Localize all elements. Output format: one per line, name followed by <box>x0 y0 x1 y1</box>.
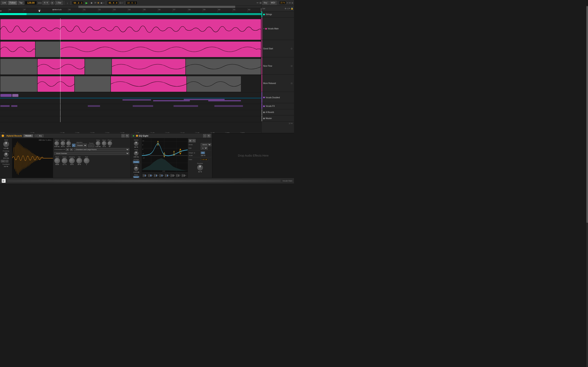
eq-icon-grid[interactable]: ⊞ <box>189 139 192 142</box>
track-content-a-reverb[interactable] <box>0 110 261 116</box>
mode-select[interactable]: Stereo <box>201 143 211 146</box>
damping-knob[interactable] <box>69 158 75 164</box>
dry-wet-knob[interactable] <box>197 165 203 170</box>
band-7-check[interactable] <box>178 175 179 176</box>
track-content-vocals-main[interactable] <box>0 18 261 41</box>
freeze-btn-r[interactable] <box>91 144 94 147</box>
clip-doubled-note1[interactable] <box>122 99 151 100</box>
band-icon-b2[interactable]: ∩ <box>159 174 161 177</box>
rate-knob[interactable] <box>84 158 89 164</box>
size-knob[interactable] <box>66 141 71 146</box>
time-display[interactable]: 18 . 0 . 1 <box>126 1 138 5</box>
bottom-ruler[interactable]: 1:24 1:26 1:28 1:30 1:32 1:34 1:36 1:38 … <box>0 131 261 133</box>
tab-reverb[interactable]: Reverb <box>24 134 33 137</box>
blend-knob[interactable] <box>54 158 60 164</box>
ir-nav-left[interactable]: ◀ <box>66 148 69 151</box>
ir-preset-select[interactable]: Chambers and Large Rooms <box>74 148 129 151</box>
gain2-value[interactable]: 0.00 dB <box>201 158 208 161</box>
follow-button[interactable]: Follow <box>8 1 17 5</box>
ir-nav-right[interactable]: ▶ <box>70 148 73 151</box>
clip-doubled-1[interactable] <box>0 94 12 97</box>
band-5-check[interactable] <box>167 175 168 176</box>
tap-button[interactable]: Tap <box>18 1 24 5</box>
clip-good-start-gap1[interactable] <box>35 42 60 57</box>
band-icon-hp[interactable]: ⌐ <box>182 174 183 177</box>
track-item-nice-flow[interactable]: Nice Flow ⊡ <box>261 57 294 75</box>
eq-icon-wave[interactable]: ∿ <box>192 139 196 142</box>
tide-knob[interactable] <box>76 158 82 164</box>
end-pos-display[interactable]: 45 . 4 . 4 <box>107 1 119 5</box>
position-display[interactable]: 50 . 2 . 1 <box>72 1 84 5</box>
drop-zone[interactable]: Drop Audio Effects Here <box>212 133 294 178</box>
send-knob[interactable] <box>3 141 9 147</box>
track-content-good-start[interactable] <box>0 41 261 58</box>
bass-mode-btn[interactable]: Mono <box>133 176 139 178</box>
algo-select[interactable]: Parallel <box>76 143 87 147</box>
clip-fx-2[interactable] <box>11 105 17 107</box>
clip-fx-6[interactable] <box>214 105 243 107</box>
key-button[interactable]: Key <box>262 1 269 5</box>
clip-nice-flow-gray1[interactable] <box>0 59 37 75</box>
edit-select[interactable]: A <box>201 147 208 150</box>
clip-nice-flow-pink2[interactable] <box>112 59 185 75</box>
eq-checkbox[interactable] <box>35 135 37 137</box>
loop-size-btn[interactable]: 1 Bar <box>55 1 63 5</box>
midi-button[interactable]: MIDI <box>269 1 277 5</box>
algo-arrows[interactable]: ⇄ <box>72 144 75 147</box>
clip-fx-5[interactable] <box>173 105 198 107</box>
play-button[interactable]: ▶ <box>85 1 89 5</box>
link-button[interactable]: Link <box>1 1 7 5</box>
track-item-master[interactable]: Master <box>261 115 294 122</box>
track-item-vocals-main[interactable]: ▼ Vocals Main <box>261 17 294 40</box>
clip-good-start-2[interactable] <box>61 42 261 57</box>
strings-clip-bar[interactable] <box>0 13 261 15</box>
time-sig-display[interactable]: 4 / 4 <box>43 1 49 5</box>
sync-btn[interactable]: ♩ <box>6 160 8 162</box>
bpm-display[interactable]: 129.00 <box>25 1 37 5</box>
band-icon-b3[interactable]: ∩ <box>165 174 167 177</box>
track-header-icon1[interactable]: ⊕ <box>285 7 286 9</box>
track-item-a-reverb[interactable]: A Reverb <box>261 109 294 115</box>
stop-button[interactable]: ■ <box>89 1 94 5</box>
decay2-knob[interactable] <box>62 158 67 164</box>
track-item-vocals-doubled[interactable]: Vocals Doubled <box>261 92 294 103</box>
band-8-check[interactable] <box>184 175 185 176</box>
record-arm-btn[interactable]: ↓ <box>65 1 69 5</box>
reverb-icon-2[interactable]: ↻ <box>126 134 129 137</box>
eq-gain-knob[interactable] <box>134 166 138 171</box>
decay-knob[interactable] <box>61 141 65 146</box>
back-btn[interactable]: ◀ <box>100 1 102 4</box>
menu-icon[interactable]: ≡ <box>292 1 293 4</box>
clip-more-relaxed-pink1[interactable] <box>38 76 74 92</box>
clip-doubled-note4[interactable] <box>208 100 241 101</box>
band-icon-b4[interactable]: ∩ <box>171 174 172 177</box>
track-item-vocals-fx[interactable]: Vocals FX <box>261 103 294 109</box>
tab-eq[interactable]: EQ <box>37 134 43 137</box>
clip-more-relaxed-gray2[interactable] <box>75 76 111 92</box>
freeze-btn-l[interactable] <box>88 144 91 147</box>
clip-more-relaxed-gray3[interactable] <box>187 76 241 92</box>
track-item-strings[interactable]: Strings <box>261 11 294 17</box>
delay-knob[interactable] <box>96 141 100 146</box>
predelay-knob[interactable] <box>4 152 8 157</box>
track-header-icon3[interactable]: ✏ <box>289 7 290 9</box>
band-icon-ls[interactable]: ⌐ <box>148 174 150 177</box>
track-content-more-relaxed[interactable] <box>0 75 261 92</box>
clip-nice-flow-pink1[interactable] <box>38 59 85 75</box>
track-header-icon2[interactable]: ◁ <box>287 7 288 9</box>
band-1-check[interactable] <box>145 175 146 176</box>
ir-sub-select[interactable]: Vocal Chamber <box>54 152 129 155</box>
attack-knob[interactable] <box>54 141 59 146</box>
clip-more-relaxed-pink2[interactable] <box>111 76 186 92</box>
reverb-icon-1[interactable]: ↔ <box>121 134 125 137</box>
track-content-vocals-fx[interactable] <box>0 104 261 110</box>
wave-knob[interactable] <box>102 141 106 146</box>
arr-scroll-top[interactable] <box>0 6 261 8</box>
track-item-good-start[interactable]: Good Start ⊡ <box>261 40 294 57</box>
loop-type-btn[interactable]: ● <box>50 1 54 5</box>
clip-more-relaxed-gray1[interactable] <box>0 76 37 92</box>
band-2-check[interactable] <box>150 175 151 176</box>
clip-fx-3[interactable] <box>88 105 100 107</box>
eq-play-btn[interactable]: ▶ <box>132 134 135 137</box>
adapt-q-btn[interactable]: On <box>201 151 205 154</box>
